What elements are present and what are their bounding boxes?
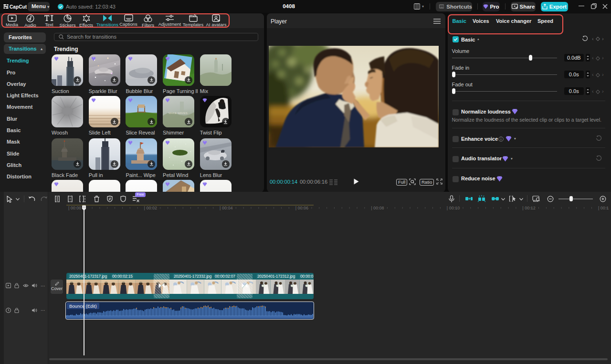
svg-text:| 00:08: | 00:08: [371, 206, 384, 210]
svg-text:| 00:06: | 00:06: [295, 206, 308, 210]
svg-text:| 00:04: | 00:04: [220, 206, 232, 210]
svg-text:| 00:1: | 00:1: [598, 206, 609, 210]
svg-text:MAKE WAVES: MAKE WAVES: [169, 112, 188, 114]
svg-text:| 00:02: | 00:02: [144, 206, 157, 210]
svg-text:| 00:10: | 00:10: [447, 206, 460, 210]
svg-text:| 00:00: | 00:00: [68, 206, 81, 210]
svg-text:| 00:12: | 00:12: [522, 206, 535, 210]
